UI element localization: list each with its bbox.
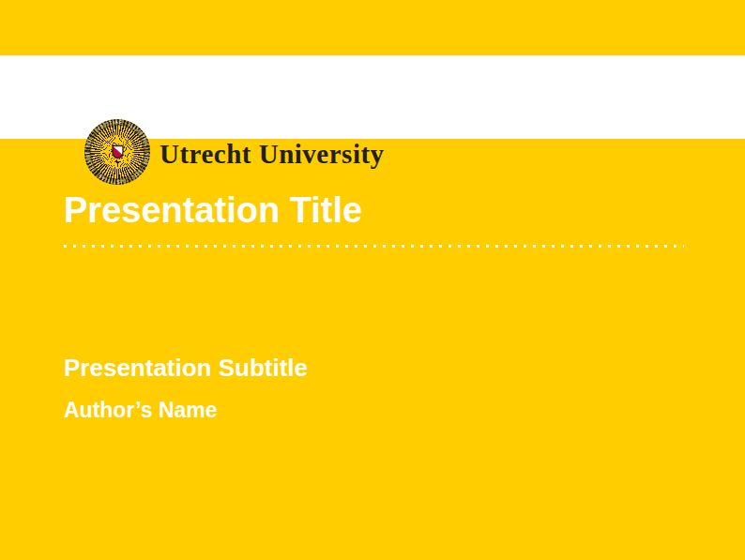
author-name: Author’s Name bbox=[64, 400, 218, 421]
title-slide: · SOL · IVSTITIAE · ILLVSTRA · NOS · SOL… bbox=[0, 0, 745, 560]
presentation-title: Presentation Title bbox=[64, 192, 362, 228]
utrecht-university-logo: · SOL · IVSTITIAE · ILLVSTRA · NOS · SOL… bbox=[84, 119, 150, 185]
top-yellow-band bbox=[0, 0, 745, 55]
utrecht-shield-icon bbox=[112, 144, 124, 159]
university-name: Utrecht University bbox=[160, 141, 385, 168]
header-band: · SOL · IVSTITIAE · ILLVSTRA · NOS · SOL… bbox=[0, 55, 745, 139]
title-underline-dots bbox=[63, 244, 684, 249]
presentation-subtitle: Presentation Subtitle bbox=[64, 356, 308, 380]
